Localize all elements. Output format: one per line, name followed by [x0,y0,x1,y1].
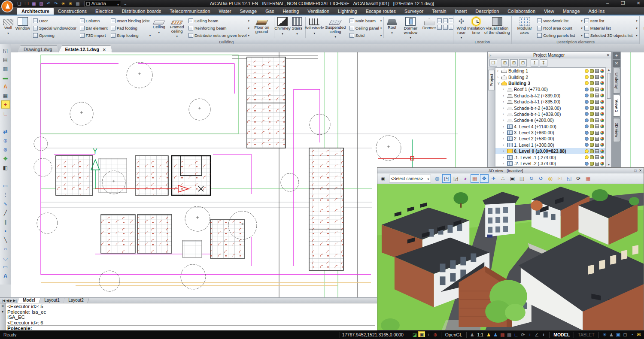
ribbon-tab[interactable]: Add-Ins [584,8,609,15]
point-icon[interactable]: + [1,100,10,109]
colors-icon[interactable] [600,106,604,110]
visibility-bulb-icon[interactable] [585,94,589,97]
ribbon-tab[interactable]: Distribution boards [118,8,166,15]
new-window-icon[interactable]: ◳ [442,174,451,183]
chevron-down-icon[interactable] [296,30,298,36]
expand-chevron-icon[interactable]: › [503,94,507,98]
suspended-ceiling-button[interactable]: Suspended ceiling [322,17,349,39]
clock-icon[interactable]: ◔ [629,331,635,338]
document-tab-active[interactable]: Estate-12.1.dwg [59,45,112,52]
expand-chevron-icon[interactable]: › [497,69,501,73]
refresh-icon[interactable]: ⇄ [1,127,10,136]
chevron-down-icon[interactable] [7,30,9,35]
view-tab[interactable]: View 1 [613,95,620,117]
visibility-bulb-icon[interactable] [585,124,589,128]
view-3d-icon[interactable]: ◧ [1,163,10,172]
snap-icon[interactable]: + [425,331,432,338]
orbit-icon[interactable]: ⟳ [574,174,583,183]
close-button[interactable] [635,0,641,6]
chevron-down-icon[interactable] [410,34,412,39]
ribbon-small-button[interactable]: Door [32,17,77,24]
ribbon-small-button[interactable]: Special window/door [32,24,77,32]
last-layout-icon[interactable]: ▶| [13,299,17,303]
modular-axes-button[interactable]: Modular axes [513,17,536,39]
ribbon-tab[interactable]: Architecture [17,8,54,15]
database-icon[interactable]: ▤ [1,55,10,64]
light-icon[interactable]: ◍ [433,174,441,183]
gear-icon[interactable]: ✳ [601,331,608,338]
maximize-3d-icon[interactable]: □ [634,169,636,173]
scroll-thumb[interactable] [607,73,611,99]
document-tab[interactable]: Drawing1.dwg [17,45,59,52]
colors-icon[interactable] [600,94,604,97]
tree-item[interactable]: › Building 1 [495,68,605,74]
lock-icon[interactable] [590,69,594,73]
delete-level-icon[interactable]: ⊟ [519,59,527,67]
colors-icon[interactable] [600,155,604,159]
chevron-down-icon[interactable] [117,1,119,6]
colors-icon[interactable] [600,162,604,166]
lock-roof-icon[interactable] [449,18,453,23]
expand-chevron-icon[interactable]: › [497,75,501,79]
lock-icon[interactable] [590,88,594,91]
minimize-button[interactable] [605,0,611,6]
project-side-tab[interactable]: Project [488,70,495,91]
person-walk-icon[interactable]: ♟ [492,331,499,338]
ceiling-button[interactable]: Ceiling [152,17,166,39]
visibility-bulb-icon[interactable] [585,143,589,147]
close-panel-icon[interactable] [606,53,610,58]
printer-icon[interactable] [595,94,599,97]
monitor-icon[interactable]: ▣ [615,331,622,338]
visibility-bulb-icon[interactable] [585,81,589,85]
origin-icon[interactable]: ⊕ [432,331,439,338]
flyby-icon[interactable]: ✈ [489,174,498,183]
expand-command-icon[interactable]: ▾ [0,309,5,314]
move-level-up-icon[interactable]: ↥ [531,59,538,67]
layout-tab[interactable]: Layout2 [63,298,89,303]
plan-icon[interactable]: ◪ [411,331,418,338]
lock-icon[interactable] [590,143,594,147]
note-icon[interactable]: ▣ [418,331,425,337]
save-icon[interactable]: ▦ [31,1,37,7]
ribbon-tab[interactable]: Description [471,8,503,15]
ribbon-tab[interactable]: Manage [559,8,584,15]
net-roof-icon[interactable] [443,25,448,30]
wall-button[interactable]: Wall [1,17,15,39]
note-icon[interactable]: ▬ [1,73,10,82]
render-mode-icon[interactable]: ◕ [461,174,470,183]
expand-chevron-icon[interactable]: › [503,149,507,153]
zoom-in-icon[interactable]: ⊕ [1,136,10,145]
dormer-button[interactable]: Dormer [422,17,437,39]
maximize-button[interactable] [620,0,626,6]
expand-chevron-icon[interactable]: › [503,106,507,110]
printer-icon[interactable] [595,162,599,166]
person-icon[interactable]: ♟ [469,331,476,338]
chimney-button[interactable]: Chimney [275,17,290,39]
ribbon-tab[interactable]: Insert [451,8,471,15]
stairs-button[interactable]: Stairs [290,17,304,39]
axonometry-icon[interactable]: ▦ [584,174,592,183]
expand-chevron-icon[interactable]: › [503,161,507,166]
tree-item[interactable]: › 1. Level 1 (+300.00) [495,142,605,148]
expand-chevron-icon[interactable]: › [503,112,507,116]
lock-icon[interactable] [590,106,594,110]
chevron-down-icon[interactable] [313,30,315,35]
tree-item[interactable]: › -1. Level -1 (-274.00) [495,154,605,160]
printer-icon[interactable] [595,75,599,79]
profile-icon[interactable]: ♟ [608,331,615,338]
circle-icon[interactable]: ○ [1,245,10,253]
window-button[interactable]: Window [15,17,30,39]
ribbon-tab[interactable]: Electrics [91,8,118,15]
mail-icon[interactable]: ✉ [635,331,642,338]
offset-icon[interactable]: ∥ [1,218,10,226]
colors-icon[interactable] [600,124,604,128]
overflow-icon[interactable] [122,1,128,7]
colors-icon[interactable] [600,88,604,91]
lock-icon[interactable] [590,75,594,79]
settings-icon[interactable]: ✳ [67,1,73,7]
printer-icon[interactable] [595,124,599,128]
roof-accessory-icon[interactable] [443,18,448,23]
printer-icon[interactable] [595,69,599,73]
expand-chevron-icon[interactable]: › [503,136,507,141]
view-tab[interactable]: 3D view [613,118,620,142]
